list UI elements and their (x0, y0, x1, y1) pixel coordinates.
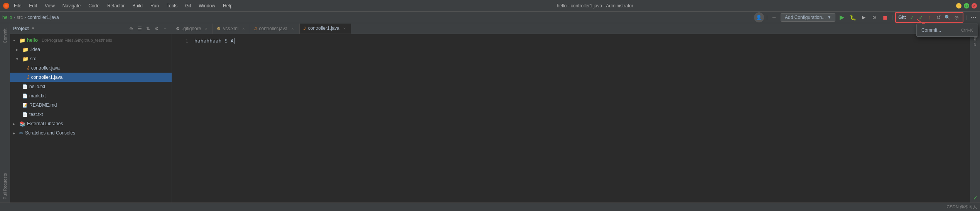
tree-expand-scratches-icon: ▸ (13, 131, 18, 135)
left-activity-bar: Commit Pull Requests (0, 23, 10, 202)
back-button[interactable]: ← (770, 13, 778, 22)
status-csdn: CSDN @不同人 (947, 204, 977, 210)
menu-file[interactable]: File (12, 2, 23, 9)
editor-tab-bar: ⚙ .gitignore × ⚙ vcs.xml × J controller.… (172, 23, 970, 34)
tree-item-src[interactable]: ▾ 📁 src (10, 54, 172, 63)
sidebar-item-commit[interactable]: Commit (1, 26, 9, 46)
status-right: CSDN @不同人 (947, 204, 977, 210)
code-editor[interactable]: hahahhaah S A (191, 37, 970, 199)
java-file-icon-controller: J (27, 65, 30, 71)
md-file-icon: 📝 (22, 103, 28, 108)
menu-git[interactable]: Git (184, 2, 192, 9)
tab-controller1-java-close-button[interactable]: × (342, 26, 347, 31)
external-libs-icon: 📚 (19, 121, 25, 127)
editor-area: ⚙ .gitignore × ⚙ vcs.xml × J controller.… (172, 23, 970, 202)
tree-item-hello-label: hello (27, 37, 38, 43)
tree-expand-src-icon: ▾ (16, 57, 21, 61)
git-search-button[interactable]: 🔍 (944, 14, 951, 21)
add-config-arrow-icon: ▼ (827, 15, 831, 19)
file-tree-panel: Project ▼ ⊕ ☰ ⇅ ⚙ − ▾ 📁 hello D:\Program… (10, 23, 172, 202)
more-options-button[interactable]: ⋯ (969, 13, 978, 22)
tab-vcs-xml[interactable]: ⚙ vcs.xml × (213, 24, 250, 34)
git-checkmark-1-button[interactable]: ✓ (908, 14, 916, 21)
tree-item-idea[interactable]: ▸ 📁 .idea (10, 45, 172, 54)
menu-build[interactable]: Build (131, 2, 144, 9)
tree-item-mark-txt-label: mark.txt (29, 93, 46, 99)
menu-bar: File Edit View Navigate Code Refactor Bu… (12, 2, 234, 9)
list-view-icon[interactable]: ☰ (136, 25, 143, 32)
run-button[interactable]: ▶ (838, 13, 846, 22)
stop-button[interactable]: ◼ (881, 13, 889, 22)
minimize-panel-icon[interactable]: − (162, 25, 169, 32)
profile-button[interactable]: ⊙ (870, 13, 879, 22)
run-coverage-button[interactable]: ▶ (859, 13, 868, 22)
sort-icon[interactable]: ⇅ (145, 25, 152, 32)
tab-controller1-java[interactable]: J controller1.java × (300, 24, 352, 34)
tree-item-controller-java[interactable]: J controller.java (10, 63, 172, 73)
tab-gitignore[interactable]: ⚙ .gitignore × (172, 24, 213, 34)
tree-item-src-label: src (30, 56, 36, 61)
commit-shortcut: Ctrl+K (961, 28, 973, 32)
tab-controller1-java-label: controller1.java (308, 26, 339, 31)
tree-item-hello[interactable]: ▾ 📁 hello D:\Program Files\Git\github_te… (10, 36, 172, 45)
tree-expand-hello-icon: ▾ (13, 38, 18, 43)
minimize-button[interactable]: − (956, 3, 961, 9)
tree-item-external-libraries[interactable]: ▸ 📚 External Libraries (10, 119, 172, 128)
sidebar-item-pull-requests[interactable]: Pull Requests (1, 170, 9, 202)
debug-button[interactable]: 🐛 (848, 13, 857, 22)
tree-item-hello-path: D:\Program Files\Git\github_test\hello (42, 38, 112, 43)
tab-gitignore-close-button[interactable]: × (203, 26, 209, 31)
git-push-button[interactable]: ↑ (926, 14, 934, 21)
menu-navigate[interactable]: Navigate (61, 2, 82, 9)
txt-file-icon-mark: 📄 (22, 94, 28, 99)
menu-view[interactable]: View (43, 2, 56, 9)
tab-vcs-xml-close-button[interactable]: × (241, 26, 246, 31)
commit-menu-item[interactable]: Commit... Ctrl+K (917, 26, 978, 35)
tree-item-test-txt-label: test.txt (29, 112, 43, 117)
toolbar-separator-3: | (966, 15, 967, 20)
tree-item-scratches[interactable]: ▸ ✏ Scratches and Consoles (10, 128, 172, 138)
user-icon-button[interactable]: 👤 (754, 12, 764, 22)
menu-edit[interactable]: Edit (27, 2, 39, 9)
tree-item-idea-label: .idea (30, 47, 40, 52)
close-button[interactable]: × (972, 3, 977, 9)
tree-item-controller1-java-label: controller1.java (31, 75, 62, 80)
tree-expand-ext-icon: ▸ (13, 122, 18, 126)
tree-item-hello-txt[interactable]: 📄 hello.txt (10, 82, 172, 91)
app-container: File Edit View Navigate Code Refactor Bu… (0, 0, 980, 211)
tree-item-mark-txt[interactable]: 📄 mark.txt (10, 91, 172, 100)
folder-src-icon: 📁 (22, 56, 29, 62)
right-checkmark-button[interactable]: ✓ (973, 195, 978, 201)
editor-content[interactable]: 1 hahahhaah S A (172, 34, 970, 202)
tab-controller-java[interactable]: J controller.java × (250, 24, 299, 34)
add-configuration-button[interactable]: Add Configuration... ▼ (781, 13, 835, 22)
tab-gitignore-label: .gitignore (182, 26, 201, 31)
line-numbers: 1 (172, 37, 191, 199)
menu-window[interactable]: Window (197, 2, 217, 9)
folder-hello-icon: 📁 (19, 37, 25, 43)
tree-item-controller1-java[interactable]: J controller1.java (10, 73, 172, 82)
breadcrumb-hello[interactable]: hello (2, 15, 12, 20)
title-bar: File Edit View Navigate Code Refactor Bu… (0, 0, 980, 12)
tree-item-readme[interactable]: 📝 README.md (10, 100, 172, 110)
txt-file-icon-test: 📄 (22, 112, 28, 117)
menu-help[interactable]: Help (221, 2, 234, 9)
tab-controller-java-close-button[interactable]: × (290, 26, 295, 31)
tree-expand-idea-icon: ▸ (16, 48, 21, 52)
menu-code[interactable]: Code (87, 2, 101, 9)
tab-vcs-xml-label: vcs.xml (223, 26, 238, 31)
project-panel-icons: ⊕ ☰ ⇅ ⚙ − (128, 25, 169, 32)
add-scope-icon[interactable]: ⊕ (128, 25, 135, 32)
commit-dropdown: Commit... Ctrl+K (916, 24, 978, 37)
menu-refactor[interactable]: Refactor (106, 2, 126, 9)
git-history-button[interactable]: ◷ (953, 14, 960, 21)
maximize-button[interactable]: □ (964, 3, 969, 9)
menu-run[interactable]: Run (149, 2, 160, 9)
menu-tools[interactable]: Tools (165, 2, 179, 9)
git-label: Git: (898, 15, 906, 20)
git-checkmark-2-button[interactable]: ✓ (917, 14, 925, 21)
settings-icon[interactable]: ⚙ (153, 25, 160, 32)
git-refresh-button[interactable]: ↺ (935, 14, 943, 21)
project-panel-arrow-icon[interactable]: ▼ (31, 26, 35, 31)
tree-item-test-txt[interactable]: 📄 test.txt (10, 110, 172, 119)
